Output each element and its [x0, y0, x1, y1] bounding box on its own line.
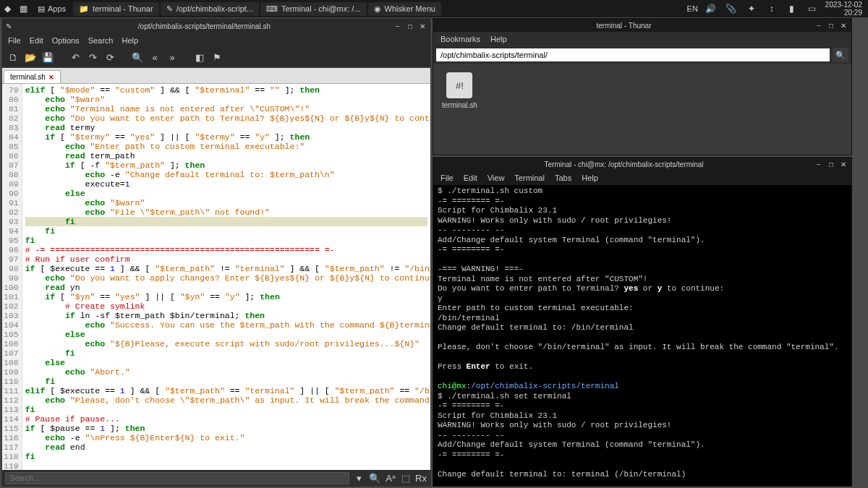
- menu-item[interactable]: Edit: [30, 36, 43, 45]
- menu-item[interactable]: Help: [490, 35, 507, 43]
- thunar-menubar: BookmarksHelp: [433, 32, 851, 46]
- script-file-icon: #!: [446, 72, 472, 98]
- taskbar-item[interactable]: ◉Whisker Menu: [368, 2, 441, 16]
- menu-item[interactable]: Terminal: [514, 174, 545, 182]
- taskbar-item[interactable]: 📁terminal - Thunar: [73, 2, 159, 16]
- app-icon: 📁: [79, 4, 89, 14]
- close-button[interactable]: ✕: [839, 160, 848, 168]
- menu-item[interactable]: View: [488, 174, 505, 182]
- prev-icon[interactable]: «: [148, 51, 161, 64]
- tab-close-icon[interactable]: ✕: [48, 74, 54, 81]
- apps-button[interactable]: ▤ Apps: [32, 4, 72, 14]
- lang-indicator[interactable]: EN: [687, 4, 698, 13]
- editor-titlebar[interactable]: ✎ /opt/chimbalix-scripts/terminal/termin…: [2, 19, 430, 33]
- star-icon[interactable]: ✦: [744, 1, 759, 16]
- bookmark-icon[interactable]: ⚑: [210, 51, 224, 64]
- app-icon: ⌨: [266, 4, 278, 14]
- regex-toggle-icon[interactable]: Rx: [414, 471, 427, 484]
- menu-item[interactable]: Options: [52, 36, 80, 45]
- clock[interactable]: 2023-12-02 20:29: [825, 1, 862, 17]
- taskbar-left: ◆ ▦ ▤ Apps 📁terminal - Thunar✎/opt/chimb…: [0, 1, 443, 16]
- code-area[interactable]: elif [ "$mode" == "custom" ] && [ "$term…: [22, 84, 430, 470]
- undo-icon[interactable]: ↶: [69, 51, 82, 64]
- network-icon[interactable]: ↕: [765, 1, 779, 16]
- search-button[interactable]: 🔍: [833, 48, 848, 62]
- editor-tab-label: terminal.sh: [10, 73, 46, 81]
- thunar-window: terminal - Thunar − □ ✕ BookmarksHelp /o…: [433, 18, 852, 155]
- terminal-window: Terminal - chi@mx: /opt/chimbalix-script…: [433, 157, 852, 487]
- editor-app-icon: ✎: [2, 22, 15, 30]
- logo-icon[interactable]: ◆: [0, 1, 14, 16]
- maximize-button[interactable]: □: [827, 160, 835, 168]
- thunar-titlebar[interactable]: terminal - Thunar − □ ✕: [433, 19, 851, 32]
- maximize-button[interactable]: □: [827, 22, 835, 30]
- minimize-button[interactable]: −: [393, 22, 402, 30]
- editor-tabs: terminal.sh ✕: [2, 68, 430, 84]
- menu-item[interactable]: Search: [88, 36, 114, 45]
- menu-item[interactable]: Bookmarks: [441, 35, 480, 43]
- menu-item[interactable]: Tabs: [555, 174, 571, 182]
- terminal-titlebar[interactable]: Terminal - chi@mx: /opt/chimbalix-script…: [433, 158, 851, 171]
- app-icon: ✎: [166, 4, 173, 14]
- editor-menubar: FileEditOptionsSearchHelp: [2, 33, 430, 48]
- taskbar-right: EN 🔊 📎 ✦ ↕ ▮ ▭ 2023-12-02 20:29: [687, 1, 868, 17]
- reload-icon[interactable]: ⟳: [103, 51, 116, 64]
- terminal-body[interactable]: $ ./terminal.sh custom-= ======== =-Scri…: [433, 185, 851, 486]
- taskbar-item-label: terminal - Thunar: [93, 4, 153, 13]
- editor-tab[interactable]: terminal.sh ✕: [4, 70, 61, 83]
- thunar-body[interactable]: #! terminal.sh: [433, 64, 851, 155]
- editor-toolbar: 🗋 📂 💾 ↶ ↷ ⟳ 🔍 « » ◧ ⚑: [2, 48, 430, 68]
- next-icon[interactable]: »: [166, 51, 179, 64]
- menu-item[interactable]: Help: [582, 174, 598, 182]
- editor-title: /opt/chimbalix-scripts/terminal/terminal…: [15, 22, 393, 30]
- battery-icon[interactable]: ▮: [785, 1, 799, 16]
- new-file-icon[interactable]: 🗋: [7, 51, 20, 64]
- menu-item[interactable]: File: [441, 174, 454, 182]
- save-file-icon[interactable]: 💾: [41, 51, 54, 64]
- files-icon[interactable]: ▦: [16, 1, 30, 16]
- line-gutter: 7980818283848586878889909192939495969798…: [2, 84, 22, 470]
- volume-icon[interactable]: 🔊: [704, 1, 718, 16]
- monitor-icon[interactable]: ▭: [805, 1, 820, 16]
- thunar-pathbar: /opt/chimbalix-scripts/terminal/ 🔍: [433, 46, 851, 64]
- close-button[interactable]: ✕: [418, 22, 427, 30]
- case-toggle-icon[interactable]: Aᵃ: [384, 471, 397, 484]
- word-toggle-icon[interactable]: ⬚: [399, 471, 412, 484]
- search-icon[interactable]: 🔍: [131, 51, 144, 64]
- search-input[interactable]: [5, 472, 349, 484]
- terminal-title: Terminal - chi@mx: /opt/chimbalix-script…: [433, 160, 814, 168]
- taskbar-item[interactable]: ✎/opt/chimbalix-script...: [161, 2, 259, 16]
- menu-item[interactable]: File: [8, 36, 21, 45]
- editor-body[interactable]: 7980818283848586878889909192939495969798…: [2, 84, 430, 470]
- taskbar-item-label: /opt/chimbalix-script...: [176, 4, 253, 13]
- taskbar-item-label: Whisker Menu: [385, 4, 435, 13]
- path-input[interactable]: /opt/chimbalix-scripts/terminal/: [436, 48, 830, 61]
- maximize-button[interactable]: □: [406, 22, 414, 30]
- file-name-label: terminal.sh: [442, 101, 477, 109]
- taskbar-item-label: Terminal - chi@mx: /...: [281, 4, 361, 13]
- open-file-icon[interactable]: 📂: [24, 51, 37, 64]
- menu-item[interactable]: Help: [122, 36, 138, 45]
- sidebar-toggle-icon[interactable]: ◧: [193, 51, 206, 64]
- redo-icon[interactable]: ↷: [86, 51, 99, 64]
- minimize-button[interactable]: −: [814, 160, 823, 168]
- terminal-menubar: FileEditViewTerminalTabsHelp: [433, 171, 851, 185]
- editor-window: ✎ /opt/chimbalix-scripts/terminal/termin…: [1, 18, 431, 487]
- app-icon: ◉: [374, 4, 381, 14]
- taskbar-item[interactable]: ⌨Terminal - chi@mx: /...: [260, 2, 367, 16]
- clip-icon[interactable]: 📎: [724, 1, 739, 16]
- search-dropdown-icon[interactable]: ▾: [352, 471, 365, 484]
- search-go-icon[interactable]: 🔍: [368, 471, 381, 484]
- menu-item[interactable]: Edit: [464, 174, 477, 182]
- taskbar: ◆ ▦ ▤ Apps 📁terminal - Thunar✎/opt/chimb…: [0, 0, 868, 17]
- editor-statusbar: ▾ 🔍 Aᵃ ⬚ Rx: [2, 470, 430, 486]
- thunar-title: terminal - Thunar: [433, 22, 814, 30]
- minimize-button[interactable]: −: [814, 22, 823, 30]
- close-button[interactable]: ✕: [839, 22, 848, 30]
- file-item[interactable]: #! terminal.sh: [439, 69, 480, 112]
